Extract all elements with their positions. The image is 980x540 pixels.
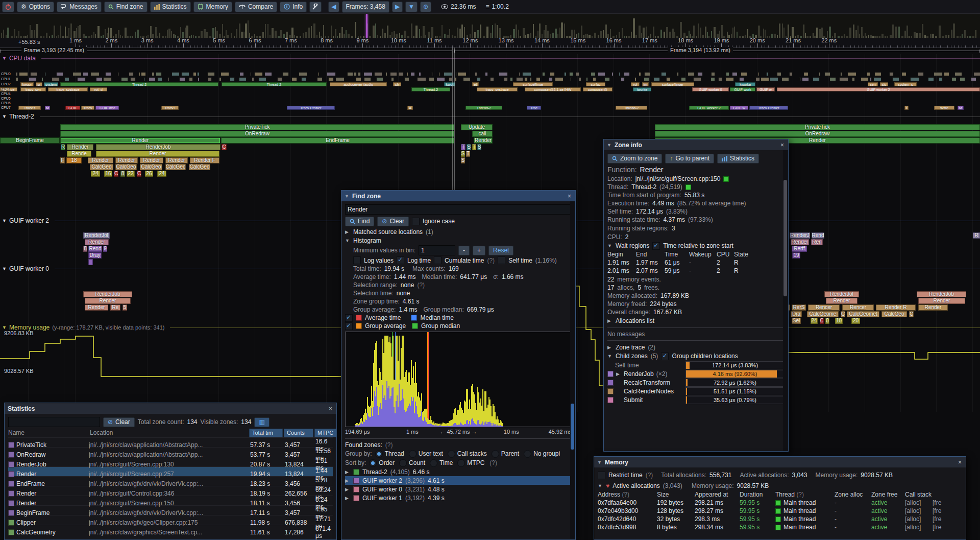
timeline-zone[interactable]: Render	[826, 298, 857, 304]
timeline-zone[interactable]: syste	[934, 106, 954, 110]
group-by-radio[interactable]: Parent	[492, 450, 519, 458]
timeline-zone[interactable]: CalcGeomet	[847, 311, 879, 317]
allocation-row[interactable]: 0x7dfc53d998 8 bytes 298.34 ms 59.95 s M…	[598, 523, 962, 531]
timeline-zone[interactable]: GUIF worker 2	[689, 106, 729, 110]
timeline-zone[interactable]: 24	[157, 171, 166, 177]
timeline-zone[interactable]: CalcGeo	[189, 164, 210, 170]
timeline-zone[interactable]: Render	[140, 157, 163, 163]
log-values-checkbox[interactable]	[353, 256, 361, 264]
sort-by-radio[interactable]: Time	[430, 459, 453, 467]
timeline-zone[interactable]: C	[841, 311, 845, 317]
reset-button[interactable]: Reset	[488, 246, 513, 255]
timeline-zone[interactable]: Render	[85, 298, 131, 304]
timeline-zone[interactable]: Render	[165, 157, 188, 163]
column-total-time[interactable]: Total tim	[249, 429, 283, 437]
min-values-input[interactable]	[419, 245, 455, 255]
timeline-zone[interactable]: Thread-2	[222, 82, 327, 86]
timeline-zone[interactable]: T	[466, 151, 470, 157]
timeline-zone[interactable]: sr	[36, 82, 42, 86]
allocation-address[interactable]: 0x7dfaa64e00	[598, 499, 657, 506]
collapse-icon[interactable]: ▼	[598, 483, 603, 488]
view-options-button[interactable]: ▥	[254, 417, 269, 427]
timeline-zone[interactable]: M	[45, 106, 50, 110]
frame-3193-label[interactable]: Frame 3,193 (22.45 ms)	[21, 47, 87, 53]
timeline-zone[interactable]: tracy_systrace	[48, 87, 88, 91]
power-button[interactable]	[2, 2, 14, 12]
timeline-zone[interactable]: EndFrame	[221, 137, 454, 144]
column-mtpc[interactable]: MTPC	[314, 429, 336, 437]
column-duration[interactable]: Duration	[740, 491, 775, 498]
last-frame-button[interactable]: ▼	[405, 2, 418, 12]
expand-icon[interactable]: ▶	[616, 371, 621, 377]
options-button[interactable]: ⚙ Options	[17, 2, 54, 12]
allocation-address[interactable]: 0x7dfc53d998	[598, 524, 657, 531]
wait-region-row[interactable]: 1.91 ms1.97 ms 61 μs- 2R	[607, 259, 785, 267]
timeline-zone[interactable]: surfaceflinge	[513, 82, 553, 86]
group-children-checkbox[interactable]	[661, 353, 669, 360]
timeline-zone[interactable]: RenderJol	[824, 291, 859, 297]
timeline-zone[interactable]: GUIF worker 2	[777, 87, 980, 91]
timeline-zone[interactable]: Rencer	[808, 304, 840, 311]
timeline-zone[interactable]: CalcGeo	[165, 164, 186, 170]
timeline-zone[interactable]: Render	[918, 298, 965, 304]
timeline-zone[interactable]: RenderJob	[96, 144, 220, 150]
collapse-icon[interactable]: ▼	[345, 238, 350, 243]
alloc-call-stack-link[interactable]: [alloc]	[905, 507, 933, 514]
timeline-zone[interactable]: OnRedraw	[655, 131, 980, 137]
found-zones-thread-row[interactable]: ▶ GUIF worker 2 (3,296) 4.61 s	[345, 476, 572, 485]
decrement-button[interactable]: -	[458, 246, 470, 255]
cumulate-time-checkbox[interactable]	[434, 256, 442, 264]
prev-frame-button[interactable]: ◀	[328, 2, 339, 12]
timeline-zone[interactable]: 0	[825, 318, 829, 324]
expand-icon[interactable]: ▶	[607, 318, 612, 323]
expand-icon[interactable]: ▶	[345, 478, 350, 483]
collapse-icon[interactable]: ▼	[345, 194, 349, 199]
ignore-case-checkbox[interactable]	[412, 218, 420, 225]
timeline-zone[interactable]: 8	[120, 171, 125, 177]
timeline-zone[interactable]: 5	[122, 304, 127, 311]
timeline-zone[interactable]: R	[61, 144, 65, 150]
column-zone-alloc[interactable]: Zone alloc	[835, 491, 871, 498]
timeline-zone[interactable]: Rerff	[792, 246, 807, 252]
frame-markers-row[interactable]: Frame 3,193 (22.45 ms) Frame 3,194 (13.9…	[0, 48, 980, 54]
compare-button[interactable]: Compare	[235, 2, 277, 12]
timeline-zone[interactable]: C	[137, 171, 141, 177]
free-call-stack-link[interactable]: [fre	[933, 515, 962, 523]
column-name[interactable]: Name	[8, 429, 89, 436]
group-by-radio[interactable]: User text	[409, 450, 443, 458]
timeline-zone[interactable]: OnRedraw	[60, 131, 454, 137]
section-header-thread-2[interactable]: ▼ Thread-2	[2, 113, 980, 120]
expand-icon[interactable]: ▶	[607, 345, 612, 350]
timeline-zone[interactable]: Dra	[791, 311, 802, 317]
column-zone-free[interactable]: Zone free	[871, 491, 905, 498]
timeline-zone[interactable]: Thread-2	[465, 106, 502, 110]
timeline-zone[interactable]: Ren	[811, 239, 823, 245]
close-icon[interactable]: ×	[328, 405, 333, 412]
column-thread[interactable]: Thread (?)	[775, 491, 835, 498]
timeline-zone[interactable]: Render	[85, 239, 109, 245]
timeline-zone[interactable]: Render	[115, 157, 138, 163]
sort-by-radio[interactable]: Count	[399, 459, 425, 467]
timeline-zone[interactable]: RenderJ	[790, 232, 810, 239]
timeline-zone[interactable]: C	[909, 311, 914, 317]
timeline-zone[interactable]: F	[60, 157, 65, 163]
column-call-stack[interactable]: Call stack	[905, 491, 933, 498]
frame-timeline-strip[interactable]	[0, 14, 980, 39]
found-zones-thread-row[interactable]: ▶ Thread-2 (4,105) 6.46 s	[345, 467, 572, 476]
timeline-zone[interactable]: T	[472, 144, 476, 150]
timeline-zone[interactable]: C	[222, 144, 227, 150]
clear-button[interactable]: ⊘ Clear	[377, 217, 409, 226]
collapse-icon[interactable]: ▼	[597, 460, 602, 465]
find-zone-panel-titlebar[interactable]: ▼ Find zone ×	[341, 191, 575, 201]
memory-button[interactable]: Memory	[193, 2, 232, 12]
collapse-icon[interactable]: ▼	[2, 266, 7, 271]
expand-icon[interactable]: ▶	[345, 496, 350, 501]
timeline-zone[interactable]: GUIF w	[730, 106, 748, 110]
timeline-zone[interactable]: Rende	[67, 151, 91, 157]
scrollbar[interactable]	[570, 201, 575, 539]
timeline-zone[interactable]: Render	[88, 157, 113, 163]
expand-icon[interactable]: ▶	[345, 469, 350, 475]
relative-time-checkbox[interactable]	[652, 242, 660, 250]
timeline-zone[interactable]: CalcGeo	[115, 164, 137, 170]
log-time-checkbox[interactable]	[397, 256, 404, 264]
